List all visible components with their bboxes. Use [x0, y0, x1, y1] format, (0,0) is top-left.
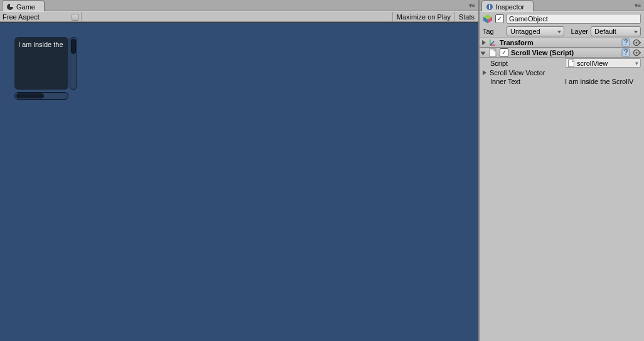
- gameobject-header: [480, 12, 644, 25]
- stats-label: Stats: [459, 13, 475, 21]
- transform-gear-button[interactable]: [633, 38, 641, 47]
- inspector-body: Tag Untagged Layer Default: [480, 11, 644, 341]
- tag-value: Untagged: [510, 28, 540, 35]
- script-label: Script: [483, 60, 563, 67]
- aspect-label: Free Aspect: [3, 13, 40, 21]
- tag-dropdown[interactable]: Untagged: [507, 26, 564, 36]
- scrollview-foldout[interactable]: [481, 52, 486, 56]
- scroll-view-vector-label: Scroll View Vector: [488, 69, 569, 76]
- game-view: I am inside the: [0, 22, 478, 341]
- svg-rect-2: [489, 4, 490, 6]
- inspector-tab-label: Inspector: [496, 3, 524, 11]
- scrollview-content[interactable]: I am inside the: [14, 37, 68, 90]
- svg-rect-18: [569, 60, 574, 66]
- scrollview-title: Scroll View (Script): [511, 49, 619, 56]
- script-property-row: Script scrollView: [480, 58, 644, 68]
- script-file-icon: [567, 60, 575, 67]
- svg-text:?: ?: [624, 38, 628, 46]
- transform-icon: [488, 38, 497, 47]
- tag-label: Tag: [483, 28, 504, 35]
- script-object-field[interactable]: scrollView: [565, 58, 641, 68]
- game-tab-label: Game: [16, 3, 35, 11]
- layer-value: Default: [594, 28, 616, 35]
- scrollview-horizontal-scrollbar[interactable]: [14, 92, 68, 100]
- aspect-dropdown[interactable]: Free Aspect: [0, 12, 82, 21]
- inner-text-value[interactable]: I am inside the ScrollV: [565, 78, 633, 85]
- inspector-tabbar: Inspector ▾≡: [480, 0, 644, 11]
- inner-text-label: Inner Text: [483, 78, 563, 85]
- transform-foldout[interactable]: [482, 40, 486, 45]
- game-tabbar: Game ▾≡: [0, 0, 478, 11]
- inner-text-row: Inner Text I am inside the ScrollV: [480, 77, 644, 86]
- game-tab[interactable]: Game: [2, 0, 45, 11]
- gameobject-enabled-checkbox[interactable]: [495, 14, 504, 23]
- tag-layer-row: Tag Untagged Layer Default: [480, 25, 644, 38]
- svg-point-12: [636, 42, 638, 44]
- gameobject-cube-icon: [483, 14, 493, 24]
- game-panel-menu[interactable]: ▾≡: [467, 2, 477, 8]
- inspector-tab[interactable]: Inspector: [481, 0, 534, 11]
- scrollview-component-header[interactable]: Scroll View (Script) ?: [480, 48, 644, 58]
- svg-text:?: ?: [624, 48, 628, 56]
- inspector-panel: Inspector ▾≡ Tag: [480, 0, 644, 341]
- scrollview-enabled-checkbox[interactable]: [500, 48, 508, 57]
- game-toolbar: Free Aspect Maximize on Play Stats: [0, 11, 478, 22]
- csharp-script-icon: [488, 48, 497, 57]
- scrollview-help-button[interactable]: ?: [621, 48, 630, 57]
- scrollview-text: I am inside the: [18, 41, 63, 48]
- layer-dropdown[interactable]: Default: [591, 26, 641, 36]
- inspector-panel-menu[interactable]: ▾≡: [633, 2, 643, 8]
- runtime-scrollview: I am inside the: [14, 37, 80, 100]
- svg-line-8: [490, 41, 494, 45]
- layer-label: Layer: [567, 28, 588, 35]
- scrollview-vertical-scrollbar[interactable]: [70, 37, 77, 90]
- gameobject-name-input[interactable]: [507, 14, 641, 24]
- transform-component-header[interactable]: Transform ?: [480, 38, 644, 48]
- scrollview-horizontal-thumb[interactable]: [16, 93, 44, 98]
- maximize-on-play-toggle[interactable]: Maximize on Play: [392, 12, 454, 21]
- maximize-label: Maximize on Play: [397, 13, 451, 21]
- transform-title: Transform: [500, 39, 619, 46]
- info-icon: [486, 3, 493, 11]
- svg-rect-1: [489, 6, 490, 9]
- pacman-icon: [6, 3, 14, 11]
- script-value: scrollView: [577, 60, 608, 67]
- scrollview-gear-button[interactable]: [633, 48, 641, 57]
- svg-point-17: [636, 52, 638, 54]
- transform-help-button[interactable]: ?: [621, 38, 630, 47]
- stats-toggle[interactable]: Stats: [454, 12, 478, 21]
- scroll-view-vector-row[interactable]: Scroll View Vector: [480, 68, 644, 77]
- game-panel: Game ▾≡ Free Aspect Maximize on Play Sta…: [0, 0, 480, 341]
- scroll-view-vector-foldout[interactable]: [483, 70, 486, 75]
- scrollview-vertical-thumb[interactable]: [71, 39, 76, 54]
- svg-rect-13: [490, 49, 496, 56]
